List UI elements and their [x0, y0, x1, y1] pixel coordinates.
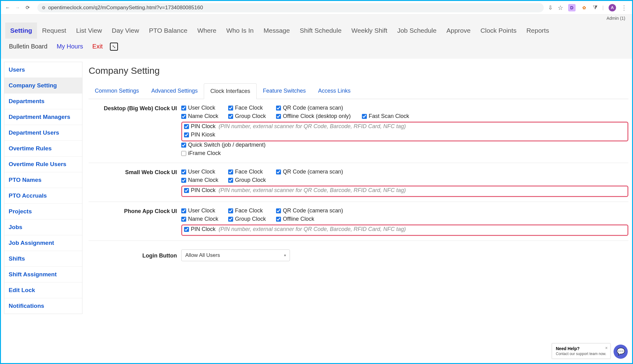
settings-sidebar: Users Company Setting Departments Depart…: [4, 62, 82, 314]
fullscreen-icon[interactable]: ⤡: [110, 43, 118, 51]
sidebar-item-departments[interactable]: Departments: [4, 93, 82, 109]
admin-label[interactable]: Admin (1): [5, 15, 628, 21]
close-icon[interactable]: ×: [605, 345, 608, 350]
hint-desktop-pin: (PIN number, external scanner for QR Cod…: [219, 123, 406, 130]
sidebar-item-shift-assignment[interactable]: Shift Assignment: [4, 266, 82, 282]
nav-pto-balance[interactable]: PTO Balance: [144, 23, 192, 39]
sidebar-item-pto-accruals[interactable]: PTO Accruals: [4, 188, 82, 203]
profile-avatar[interactable]: A: [609, 4, 616, 11]
nav-setting[interactable]: Setting: [5, 23, 37, 39]
nav-reports[interactable]: Reports: [522, 23, 554, 39]
nav-weekly-shift[interactable]: Weekly Shift: [346, 23, 392, 39]
tab-access-links[interactable]: Access Links: [312, 83, 357, 99]
chevron-down-icon: ▾: [284, 253, 286, 257]
chk-small-group-clock[interactable]: Group Clock: [228, 177, 276, 183]
chk-phone-name-clock[interactable]: Name Clock: [181, 216, 228, 222]
hint-small-pin: (PIN number, external scanner for QR Cod…: [219, 187, 406, 194]
sidebar-item-users[interactable]: Users: [4, 62, 82, 77]
chk-phone-pin-clock[interactable]: PIN Clock(PIN number, external scanner f…: [184, 226, 406, 232]
nav-who-is-in[interactable]: Who Is In: [221, 23, 259, 39]
chk-desktop-quick-switch[interactable]: Quick Switch (job / department): [181, 142, 266, 148]
install-icon[interactable]: ⇩: [548, 4, 553, 11]
chk-small-qr-code[interactable]: QR Code (camera scan): [276, 169, 362, 175]
bookmark-icon[interactable]: ☆: [558, 4, 563, 11]
nav-day-view[interactable]: Day View: [107, 23, 144, 39]
browser-chrome: ← → ⟳ ⚙ opentimeclock.com/q2/mCompanySet…: [1, 1, 632, 15]
section-login-button: Login Button Allow All Users ▾: [89, 241, 628, 266]
chk-small-user-clock[interactable]: User Clock: [181, 169, 228, 175]
sidebar-item-pto-names[interactable]: PTO Names: [4, 172, 82, 188]
app-header: Admin (1) Setting Request List View Day …: [1, 15, 632, 59]
nav-my-hours[interactable]: My Hours: [53, 40, 87, 52]
chk-phone-qr-code[interactable]: QR Code (camera scan): [276, 207, 362, 214]
page-title: Company Setting: [89, 65, 628, 76]
chk-desktop-qr-code[interactable]: QR Code (camera scan): [276, 105, 362, 111]
forward-button[interactable]: →: [14, 4, 21, 11]
nav-request[interactable]: Request: [37, 23, 71, 39]
url-text: opentimeclock.com/q2/mCompanySetting.htm…: [48, 5, 203, 11]
chk-phone-user-clock[interactable]: User Clock: [181, 207, 228, 214]
sidebar-item-edit-lock[interactable]: Edit Lock: [4, 282, 82, 298]
chk-small-face-clock[interactable]: Face Clock: [228, 169, 276, 175]
top-nav: Setting Request List View Day View PTO B…: [5, 21, 628, 39]
back-button[interactable]: ←: [4, 4, 11, 11]
chk-phone-group-clock[interactable]: Group Clock: [228, 216, 276, 222]
nav-list-view[interactable]: List View: [71, 23, 107, 39]
browser-menu-icon[interactable]: ⋮: [621, 4, 627, 11]
chk-small-name-clock[interactable]: Name Clock: [181, 177, 228, 183]
extension-flower-icon[interactable]: ✿: [581, 4, 588, 11]
chk-desktop-pin-kiosk[interactable]: PIN Kiosk: [184, 132, 215, 138]
chat-fab[interactable]: 💬: [614, 345, 628, 359]
nav-message[interactable]: Message: [258, 23, 295, 39]
tab-clock-interfaces[interactable]: Clock Interfaces: [204, 83, 257, 99]
chk-desktop-offline-clock[interactable]: Offline Clock (desktop only): [276, 113, 362, 119]
section-login-label: Login Button: [89, 249, 181, 261]
chk-desktop-face-clock[interactable]: Face Clock: [228, 105, 276, 111]
sidebar-item-notifications[interactable]: Notifications: [4, 298, 82, 314]
sidebar-item-shifts[interactable]: Shifts: [4, 251, 82, 266]
chk-phone-offline-clock[interactable]: Offline Clock: [276, 216, 362, 222]
extension-d-icon[interactable]: D: [568, 4, 576, 11]
settings-tabs: Common Settings Advanced Settings Clock …: [89, 83, 628, 99]
chk-desktop-fast-scan[interactable]: Fast Scan Clock: [362, 113, 417, 119]
nav-exit[interactable]: Exit: [89, 40, 106, 52]
section-phone-app: Phone App Clock UI User Clock Face Clock…: [89, 202, 628, 241]
highlight-small-pin: PIN Clock(PIN number, external scanner f…: [181, 186, 628, 197]
chk-desktop-iframe-clock[interactable]: iFrame Clock: [181, 150, 221, 157]
help-title: Need Help?: [556, 346, 606, 351]
tab-advanced-settings[interactable]: Advanced Settings: [145, 83, 204, 99]
nav-bulletin-board[interactable]: Bulletin Board: [5, 40, 51, 52]
login-button-selected: Allow All Users: [185, 252, 220, 258]
highlight-phone-pin: PIN Clock(PIN number, external scanner f…: [181, 224, 628, 236]
tab-common-settings[interactable]: Common Settings: [89, 83, 145, 99]
chk-desktop-name-clock[interactable]: Name Clock: [181, 113, 228, 119]
chk-desktop-user-clock[interactable]: User Clock: [181, 105, 228, 111]
url-bar[interactable]: ⚙ opentimeclock.com/q2/mCompanySetting.h…: [37, 3, 544, 12]
chk-desktop-group-clock[interactable]: Group Clock: [228, 113, 276, 119]
chk-desktop-pin-clock[interactable]: PIN Clock(PIN number, external scanner f…: [184, 123, 406, 130]
section-small-web: Small Web Clock UI User Clock Face Clock…: [89, 163, 628, 202]
site-info-icon[interactable]: ⚙: [42, 5, 46, 10]
extensions-icon[interactable]: ⧩: [593, 4, 597, 11]
help-popup: × Need Help? Contact our support team no…: [552, 343, 610, 359]
sidebar-item-department-users[interactable]: Department Users: [4, 125, 82, 140]
sidebar-item-overtime-rule-users[interactable]: Overtime Rule Users: [4, 156, 82, 172]
help-sub: Contact our support team now.: [556, 352, 606, 356]
tab-feature-switches[interactable]: Feature Switches: [257, 83, 312, 99]
sidebar-item-overtime-rules[interactable]: Overtime Rules: [4, 140, 82, 156]
sidebar-item-department-managers[interactable]: Department Managers: [4, 109, 82, 125]
nav-job-schedule[interactable]: Job Schedule: [392, 23, 441, 39]
login-button-select[interactable]: Allow All Users ▾: [181, 249, 290, 261]
reload-button[interactable]: ⟳: [24, 4, 31, 11]
sidebar-item-job-assignment[interactable]: Job Assignment: [4, 235, 82, 251]
hint-phone-pin: (PIN number, external scanner for QR Cod…: [219, 226, 406, 232]
chk-small-pin-clock[interactable]: PIN Clock(PIN number, external scanner f…: [184, 187, 406, 194]
nav-where[interactable]: Where: [192, 23, 221, 39]
nav-approve[interactable]: Approve: [442, 23, 476, 39]
sidebar-item-projects[interactable]: Projects: [4, 203, 82, 219]
chk-phone-face-clock[interactable]: Face Clock: [228, 207, 276, 214]
nav-clock-points[interactable]: Clock Points: [476, 23, 522, 39]
sidebar-item-company-setting[interactable]: Company Setting: [4, 77, 82, 93]
sidebar-item-jobs[interactable]: Jobs: [4, 219, 82, 235]
nav-shift-schedule[interactable]: Shift Schedule: [295, 23, 346, 39]
